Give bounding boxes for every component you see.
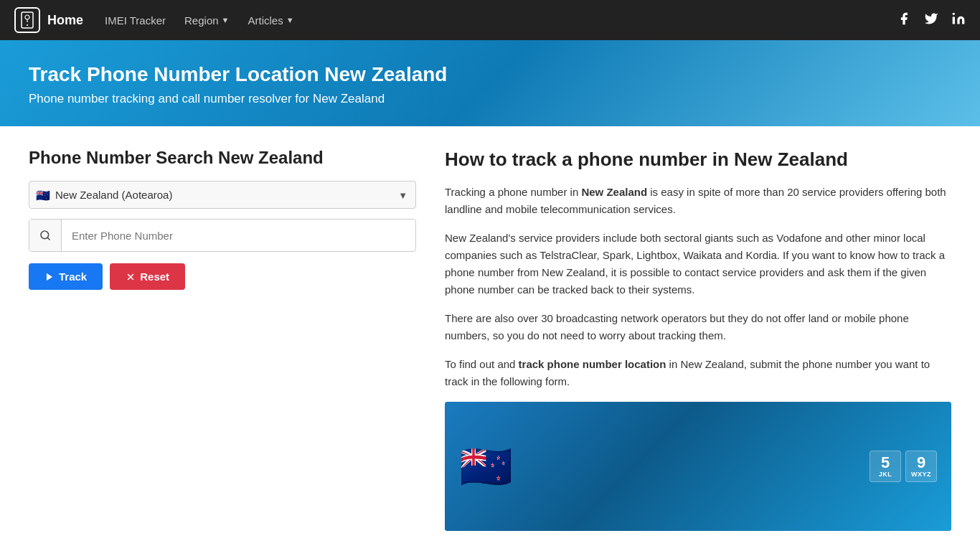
key-5: 5 JKL <box>870 451 901 482</box>
reset-button[interactable]: Reset <box>110 263 185 290</box>
hero-title: Track Phone Number Location New Zealand <box>29 63 951 86</box>
facebook-icon[interactable] <box>897 11 911 29</box>
svg-point-1 <box>25 15 29 19</box>
navbar: Home IMEI Tracker Region ▼ Articles ▼ <box>0 0 980 40</box>
twitter-icon[interactable] <box>924 11 938 29</box>
key-9: 9 WXYZ <box>905 451 937 482</box>
hero-subtitle: Phone number tracking and call number re… <box>29 92 951 106</box>
track-icon <box>44 272 55 282</box>
bold-track-phrase: track phone number location <box>519 358 666 370</box>
info-title: How to track a phone number in New Zeala… <box>445 148 951 172</box>
phone-keys: 5 JKL 9 WXYZ <box>870 451 937 482</box>
action-buttons: Track Reset <box>29 263 416 290</box>
navbar-links: IMEI Tracker Region ▼ Articles ▼ <box>98 10 301 31</box>
search-section-title: Phone Number Search New Zealand <box>29 148 416 168</box>
svg-marker-7 <box>47 273 52 281</box>
search-icon <box>29 220 62 251</box>
navbar-brand[interactable]: Home <box>14 7 83 33</box>
svg-line-6 <box>47 237 50 240</box>
info-para-1: Tracking a phone number in New Zealand i… <box>445 184 951 218</box>
nav-link-articles[interactable]: Articles ▼ <box>240 10 301 31</box>
linkedin-icon[interactable] <box>951 11 966 29</box>
brand-icon <box>14 7 40 33</box>
phone-number-input[interactable] <box>62 222 415 249</box>
svg-point-2 <box>27 24 28 26</box>
track-button[interactable]: Track <box>29 263 103 290</box>
svg-rect-3 <box>953 17 955 24</box>
navbar-left: Home IMEI Tracker Region ▼ Articles ▼ <box>14 7 301 33</box>
country-select-wrapper: 🇳🇿 New Zealand (Aotearoa) ▼ <box>29 181 416 209</box>
region-dropdown-arrow: ▼ <box>222 16 230 24</box>
close-icon <box>126 272 136 282</box>
nz-flag-large-icon: 🇳🇿 <box>459 441 513 491</box>
svg-point-4 <box>953 12 955 14</box>
navbar-brand-text: Home <box>47 13 83 28</box>
bold-nz-1: New Zealand <box>581 186 647 198</box>
navbar-social <box>897 11 966 29</box>
info-para-2: New Zealand's service providers include … <box>445 230 951 298</box>
nav-link-region[interactable]: Region ▼ <box>177 10 236 31</box>
info-section: How to track a phone number in New Zeala… <box>445 148 951 531</box>
info-para-4: To find out and track phone number locat… <box>445 356 951 390</box>
hero-banner: Track Phone Number Location New Zealand … <box>0 40 980 126</box>
articles-dropdown-arrow: ▼ <box>286 16 294 24</box>
phone-input-wrapper <box>29 219 416 252</box>
main-content: Phone Number Search New Zealand 🇳🇿 New Z… <box>0 126 980 551</box>
nz-phone-image: 🇳🇿 5 JKL 9 WXYZ <box>445 402 951 531</box>
country-select[interactable]: New Zealand (Aotearoa) <box>29 181 416 209</box>
search-form-section: Phone Number Search New Zealand 🇳🇿 New Z… <box>29 148 416 531</box>
nav-link-imei-tracker[interactable]: IMEI Tracker <box>98 10 173 31</box>
info-para-3: There are also over 30 broadcasting netw… <box>445 310 951 344</box>
